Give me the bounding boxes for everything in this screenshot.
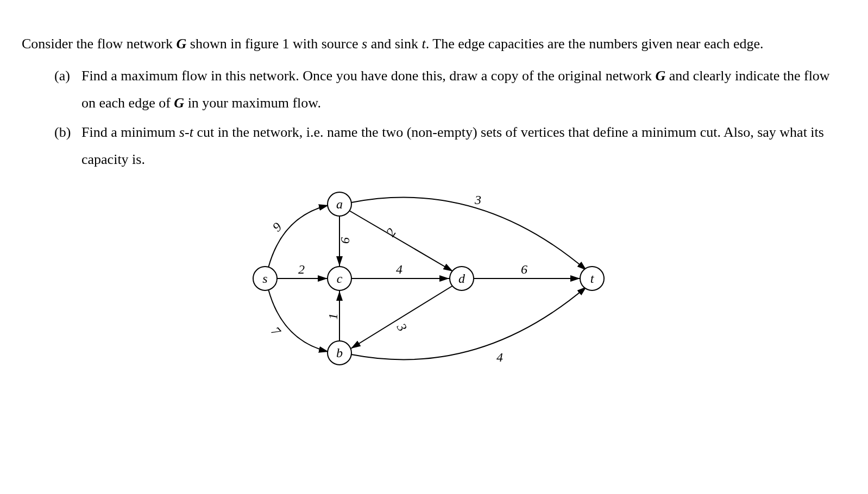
edge-dt-label: 6	[521, 262, 527, 276]
intro-text-1: Consider the flow network	[22, 36, 177, 52]
node-a-label: a	[336, 197, 343, 211]
figure-container: 9 7 2 6 1 2 3 4 3	[22, 189, 836, 373]
intro-t: t	[422, 36, 426, 52]
node-c-label: c	[337, 271, 343, 286]
item-b-s: s	[179, 124, 185, 140]
item-a-marker: (a)	[54, 62, 81, 116]
edge-cd-label: 4	[396, 262, 402, 276]
edge-bc-label: 1	[326, 313, 340, 320]
intro-paragraph: Consider the flow network G shown in fig…	[22, 30, 836, 57]
edge-sb-label: 7	[268, 324, 284, 339]
intro-text-2: shown in figure 1 with source	[186, 36, 362, 52]
intro-G: G	[177, 36, 187, 52]
intro-text-4: . The edge capacities are the numbers gi…	[426, 36, 764, 52]
intro-s: s	[362, 36, 367, 52]
node-s-label: s	[262, 271, 267, 286]
edge-ad-label: 2	[383, 226, 399, 239]
edge-db-label: 3	[394, 320, 410, 333]
item-b-dash: -	[185, 124, 190, 140]
edge-ac-label: 6	[338, 237, 352, 244]
item-b: (b) Find a minimum s-t cut in the networ…	[54, 119, 836, 173]
flow-network-graph: 9 7 2 6 1 2 3 4 3	[234, 189, 625, 373]
edge-db	[351, 286, 453, 349]
edge-sa	[268, 205, 329, 268]
item-b-text-2: cut in the network, i.e. name the two (n…	[81, 124, 824, 167]
intro-text-3: and sink	[367, 36, 422, 52]
edge-sc-label: 2	[298, 262, 305, 276]
node-d-label: d	[458, 271, 466, 286]
item-a-content: Find a maximum flow in this network. Onc…	[81, 62, 836, 116]
item-a: (a) Find a maximum flow in this network.…	[54, 62, 836, 116]
node-b-label: b	[336, 346, 343, 360]
edge-sb	[268, 289, 329, 352]
document-content: Consider the flow network G shown in fig…	[22, 30, 836, 373]
item-a-G1: G	[655, 68, 665, 84]
item-a-G2: G	[174, 95, 184, 111]
item-b-marker: (b)	[54, 119, 81, 173]
item-b-t: t	[190, 124, 193, 140]
item-b-text-1: Find a minimum	[81, 124, 179, 140]
edge-bt-label: 4	[496, 350, 503, 364]
edge-bt	[351, 287, 587, 359]
edge-sa-label: 9	[270, 220, 285, 235]
edge-at-label: 3	[474, 193, 481, 207]
item-a-text-3: in your maximum flow.	[184, 95, 321, 111]
item-a-text-1: Find a maximum flow in this network. Onc…	[81, 68, 655, 84]
item-b-content: Find a minimum s-t cut in the network, i…	[81, 119, 836, 173]
